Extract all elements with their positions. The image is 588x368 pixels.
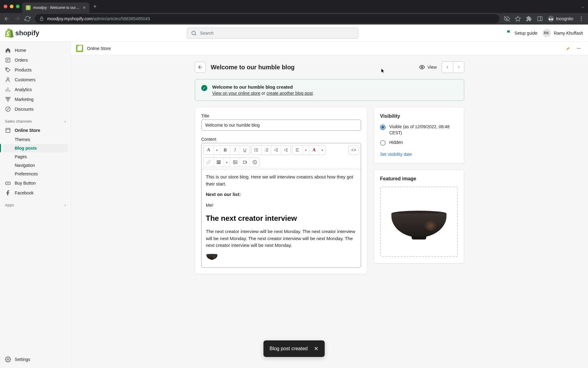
browser-reload-button[interactable]: [24, 16, 31, 22]
address-bar[interactable]: moodjoy.myshopify.com/admin/articles/588…: [35, 14, 499, 23]
next-button[interactable]: [453, 62, 464, 73]
text-color-button[interactable]: A: [309, 145, 319, 155]
featured-image-dropzone[interactable]: [380, 186, 458, 257]
visibility-card: Visibility Visible (as of 12/09/2022, 08…: [374, 107, 464, 163]
sidebar-item-label: Orders: [15, 58, 28, 63]
format-button[interactable]: A: [204, 145, 213, 155]
svg-point-4: [581, 20, 582, 21]
sidebar-item-discounts[interactable]: Discounts: [2, 104, 68, 114]
featured-image-preview: [388, 203, 450, 240]
section-label: Apps: [5, 203, 14, 207]
incognito-label: Incognito: [556, 16, 573, 21]
sidebar-item-label: Customers: [15, 77, 36, 82]
prev-button[interactable]: [442, 62, 453, 73]
flag-icon: [506, 29, 512, 36]
underline-button[interactable]: U: [240, 145, 250, 155]
incognito-badge[interactable]: Incognito: [548, 16, 573, 22]
search-input[interactable]: Search: [187, 28, 358, 39]
content-label: Content: [201, 137, 361, 142]
sidebar-item-buy-button[interactable]: Buy Button: [2, 178, 68, 188]
visibility-visible-option[interactable]: Visible (as of 12/09/2022, 08:48 CEST): [380, 124, 458, 136]
analytics-icon: [5, 86, 11, 93]
sidebar-item-analytics[interactable]: Analytics: [2, 85, 68, 94]
shopify-logo[interactable]: shopify: [5, 28, 39, 38]
browser-forward-button[interactable]: [14, 16, 20, 22]
bold-button[interactable]: B: [220, 145, 230, 155]
more-icon[interactable]: [575, 44, 583, 53]
align-button[interactable]: [292, 145, 302, 155]
tag-icon: [5, 67, 11, 73]
code-view-button[interactable]: <>: [349, 145, 359, 155]
window-maximize-icon[interactable]: [16, 5, 20, 8]
window-minimize-icon[interactable]: [10, 5, 13, 8]
view-button[interactable]: View: [419, 64, 437, 70]
sidebar-item-settings[interactable]: Settings: [2, 355, 68, 364]
table-button[interactable]: [213, 158, 223, 167]
new-tab-button[interactable]: +: [93, 3, 97, 10]
sidebar-item-online-store[interactable]: Online Store: [2, 125, 68, 135]
sidebar-item-navigation[interactable]: Navigation: [2, 161, 68, 170]
hidden-label: Hidden: [389, 140, 403, 146]
user-menu[interactable]: RK Ramy Khuffash: [542, 29, 583, 37]
lock-icon: [39, 16, 44, 21]
italic-button[interactable]: I: [230, 145, 240, 155]
sidebar-item-label: Online Store: [15, 128, 40, 133]
outdent-button[interactable]: [271, 145, 281, 155]
sidebar-item-home[interactable]: Home: [2, 45, 68, 55]
sidebar-item-customers[interactable]: Customers: [2, 75, 68, 85]
format-dropdown-icon[interactable]: ▾: [213, 145, 220, 155]
extensions-icon[interactable]: [526, 16, 532, 22]
bookmark-star-icon[interactable]: [515, 16, 521, 22]
color-dropdown-icon[interactable]: ▾: [319, 145, 326, 155]
sidebar-item-preferences[interactable]: Preferences: [2, 170, 68, 178]
radio-unchecked-icon: [380, 140, 386, 146]
eye-off-icon[interactable]: [504, 16, 510, 22]
svg-rect-0: [40, 18, 43, 21]
rte-content-area[interactable]: This is our store blog. Here we will int…: [202, 169, 361, 267]
home-icon: [5, 47, 11, 53]
tab-title: moodjoy · Welcome to our hum: [33, 6, 80, 10]
sidebar-item-marketing[interactable]: Marketing: [2, 94, 68, 104]
sidebar-item-themes[interactable]: Themes: [2, 135, 68, 144]
sidebar-item-label: Settings: [15, 357, 30, 362]
browser-tab-strip: S moodjoy · Welcome to our hum ✕ + ⌄: [0, 0, 588, 13]
sidebar-item-blog-posts[interactable]: Blog posts: [2, 144, 68, 152]
bullet-list-button[interactable]: [251, 145, 261, 155]
indent-button[interactable]: [281, 145, 291, 155]
clear-format-button[interactable]: [250, 158, 259, 167]
sales-channels-header[interactable]: Sales channels ›: [2, 114, 68, 125]
setup-guide-button[interactable]: Setup guide: [506, 29, 537, 36]
set-visibility-date-link[interactable]: Set visibility date: [380, 152, 412, 157]
sidebar-item-facebook[interactable]: Facebook: [2, 188, 68, 198]
browser-back-button[interactable]: [4, 16, 10, 22]
table-dropdown-icon[interactable]: ▾: [223, 158, 230, 167]
view-store-link[interactable]: View on your online store: [212, 91, 260, 96]
number-list-button[interactable]: [261, 145, 271, 155]
back-button[interactable]: [195, 62, 206, 73]
apps-header[interactable]: Apps ›: [2, 198, 68, 209]
orders-icon: [5, 57, 11, 63]
pin-icon[interactable]: [564, 44, 572, 53]
sidebar-item-pages[interactable]: Pages: [2, 152, 68, 161]
create-another-link[interactable]: create another blog post: [266, 91, 313, 96]
video-button[interactable]: [240, 158, 250, 167]
sidebar-item-label: Preferences: [15, 171, 38, 176]
svg-point-3: [581, 18, 582, 19]
sidepanel-icon[interactable]: [537, 16, 543, 22]
sidebar-item-label: Blog posts: [15, 146, 37, 151]
sidebar-item-products[interactable]: Products: [2, 65, 68, 75]
visibility-hidden-option[interactable]: Hidden: [380, 140, 458, 146]
toast-close-button[interactable]: ✕: [314, 345, 318, 352]
tabs-overflow-icon[interactable]: ⌄: [581, 4, 584, 9]
image-button[interactable]: [230, 158, 240, 167]
sidebar-item-orders[interactable]: Orders: [2, 55, 68, 65]
link-button[interactable]: [204, 158, 213, 167]
window-close-icon[interactable]: [4, 5, 7, 8]
browser-menu-icon[interactable]: [578, 16, 584, 22]
rte-paragraph: This is our store blog. Here we will int…: [206, 174, 356, 187]
title-input[interactable]: [201, 120, 361, 131]
close-tab-icon[interactable]: ✕: [83, 6, 86, 10]
section-label: Sales channels: [5, 119, 32, 124]
browser-tab[interactable]: S moodjoy · Welcome to our hum ✕: [22, 2, 89, 13]
align-dropdown-icon[interactable]: ▾: [302, 145, 309, 155]
